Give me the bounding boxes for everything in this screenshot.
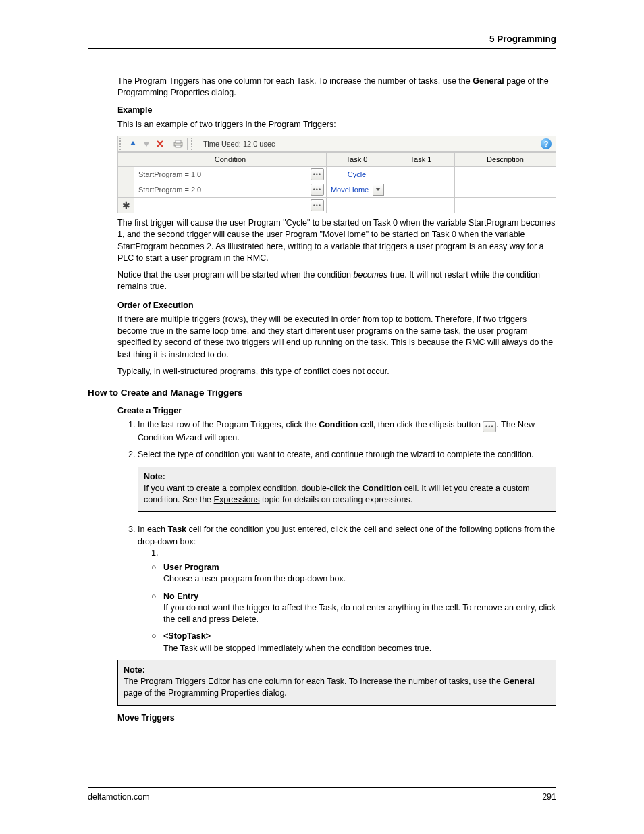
toolbar-grip — [191, 138, 196, 150]
row-selector[interactable]: ✱ — [118, 198, 134, 213]
description-cell[interactable] — [454, 182, 556, 198]
task1-cell[interactable] — [387, 167, 454, 182]
list-item: In the last row of the Program Triggers,… — [138, 419, 556, 444]
footer-page: 291 — [542, 792, 556, 802]
description-cell[interactable] — [454, 167, 556, 182]
text: If you want to create a complex conditio… — [144, 484, 363, 493]
task0-value: Cycle — [329, 170, 384, 178]
option-desc: The Task will be stopped immediately whe… — [163, 644, 431, 653]
note-title: Note: — [144, 472, 165, 481]
condition-text: StartProgram = 2.0 — [134, 186, 311, 194]
note-box: Note: The Program Triggers Editor has on… — [117, 660, 556, 706]
text: The Program Triggers Editor has one colu… — [124, 677, 503, 686]
option-title: No Entry — [163, 592, 198, 601]
text-italic: becomes — [354, 270, 388, 280]
description-cell[interactable] — [454, 198, 556, 213]
text: Select the type of condition you want to… — [138, 450, 533, 459]
table-row-new: ✱ ••• — [118, 198, 556, 213]
separator — [169, 138, 169, 150]
example-after-1: The first trigger will cause the user Pr… — [117, 217, 556, 264]
svg-rect-1 — [176, 140, 181, 143]
move-down-icon[interactable] — [140, 138, 153, 150]
row-selector-header — [118, 153, 134, 167]
page-header: 5 Programming — [88, 34, 556, 49]
intro-paragraph: The Program Triggers has one column for … — [117, 76, 556, 99]
task1-cell[interactable] — [387, 198, 454, 213]
text: In each — [138, 525, 167, 534]
toolbar-grip — [119, 138, 125, 150]
list-item: Select the type of condition you want to… — [138, 449, 556, 512]
condition-text: StartProgram = 1.0 — [134, 170, 311, 178]
sub-ordinal: 1. — [151, 548, 556, 559]
task0-cell[interactable]: MoveHome — [326, 182, 387, 198]
condition-cell[interactable]: StartProgram = 1.0••• — [134, 167, 327, 182]
separator — [187, 138, 188, 150]
text-bold: General — [503, 677, 535, 686]
condition-cell[interactable]: ••• — [134, 198, 327, 213]
create-steps: In the last row of the Program Triggers,… — [138, 419, 556, 654]
col-task1: Task 1 — [387, 153, 454, 167]
dropdown-icon[interactable] — [373, 184, 384, 196]
task1-cell[interactable] — [387, 182, 454, 198]
link-expressions[interactable]: Expressions — [214, 495, 260, 504]
ellipsis-button[interactable]: ••• — [311, 184, 324, 196]
option-title: User Program — [163, 563, 219, 572]
ellipsis-button[interactable]: ••• — [311, 168, 324, 180]
option-stop-task: ○<StopTask>The Task will be stopped imme… — [151, 631, 556, 654]
example-intro: This is an example of two triggers in th… — [117, 119, 556, 130]
text: page of the Programming Properties dialo… — [124, 688, 287, 698]
text-bold: Condition — [319, 420, 358, 429]
create-heading: Create a Trigger — [117, 405, 556, 417]
text-bold: General — [473, 76, 504, 86]
task0-cell[interactable] — [326, 198, 387, 213]
text-bold: Task — [167, 525, 186, 534]
task0-value: MoveHome — [329, 186, 373, 194]
note-title: Note: — [124, 665, 145, 675]
order-heading: Order of Execution — [117, 300, 556, 311]
table-row: StartProgram = 1.0••• Cycle — [118, 167, 556, 182]
example-heading: Example — [117, 105, 556, 116]
option-user-program: ○User ProgramChoose a user program from … — [151, 562, 556, 585]
print-icon[interactable] — [172, 138, 184, 150]
list-item: In each Task cell for the condition you … — [138, 524, 556, 654]
option-desc: Choose a user program from the drop-down… — [163, 574, 346, 583]
col-condition: Condition — [134, 153, 327, 167]
time-used-label: Time Used: 12.0 usec — [198, 140, 275, 148]
toolbar: Time Used: 12.0 usec ? — [118, 136, 556, 152]
option-desc: If you do not want the trigger to affect… — [163, 603, 556, 624]
order-p2: Typically, in well-structured programs, … — [117, 366, 556, 377]
help-icon[interactable]: ? — [541, 138, 552, 149]
text: topic for details on creating expression… — [260, 495, 413, 504]
option-title: <StopTask> — [163, 631, 211, 641]
task0-cell[interactable]: Cycle — [326, 167, 387, 182]
svg-rect-2 — [176, 145, 181, 147]
option-no-entry: ○No EntryIf you do not want the trigger … — [151, 591, 556, 626]
text: Notice that the user program will be sta… — [117, 270, 354, 280]
text-bold: Condition — [363, 484, 402, 493]
note-box: Note: If you want to create a complex co… — [138, 467, 556, 513]
text: cell, then click the ellipsis button — [358, 420, 483, 429]
order-p1: If there are multiple triggers (rows), t… — [117, 314, 556, 361]
text: In the last row of the Program Triggers,… — [138, 420, 319, 429]
move-up-icon[interactable] — [127, 138, 139, 150]
condition-cell[interactable]: StartProgram = 2.0••• — [134, 182, 327, 198]
move-heading: Move Triggers — [117, 712, 556, 724]
ellipsis-button[interactable]: ••• — [311, 199, 324, 211]
new-row-icon: ✱ — [122, 200, 130, 211]
table-row: StartProgram = 2.0••• MoveHome — [118, 182, 556, 198]
ellipsis-icon: ••• — [483, 421, 496, 432]
triggers-table: Time Used: 12.0 usec ? Condition Task 0 … — [117, 136, 556, 213]
example-after-2: Notice that the user program will be sta… — [117, 269, 556, 293]
col-description: Description — [454, 153, 556, 167]
footer-site: deltamotion.com — [88, 792, 150, 802]
text: cell for the condition you just entered,… — [138, 525, 555, 546]
row-selector[interactable] — [118, 167, 134, 182]
row-selector[interactable] — [118, 182, 134, 198]
howto-heading: How to Create and Manage Triggers — [88, 387, 556, 400]
col-task0: Task 0 — [326, 153, 387, 167]
text: The Program Triggers has one column for … — [117, 76, 473, 86]
page-footer: deltamotion.com 291 — [88, 787, 556, 802]
delete-icon[interactable] — [154, 138, 166, 150]
table-header-row: Condition Task 0 Task 1 Description — [118, 153, 556, 167]
